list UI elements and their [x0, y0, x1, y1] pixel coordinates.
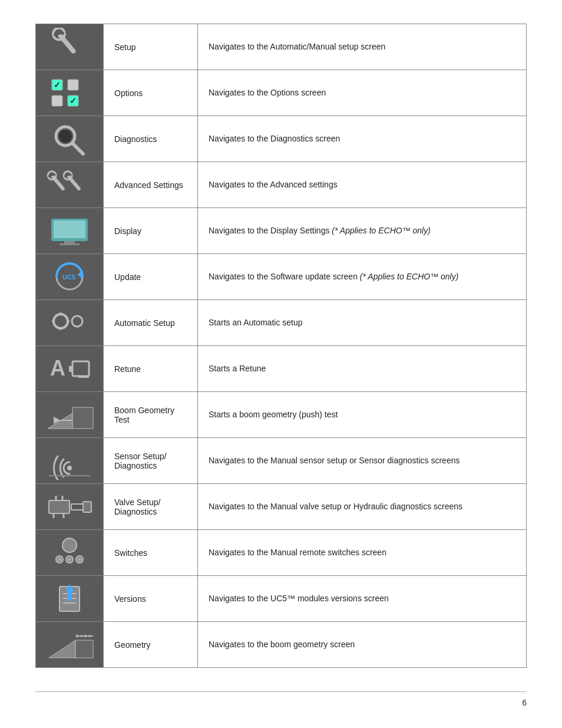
icon-cell-boom_geo_test — [36, 392, 104, 438]
desc-cell-13: Navigates to the boom geometry screen — [198, 622, 527, 668]
desc-cell-0: Navigates to the Automatic/Manual setup … — [198, 24, 527, 70]
name-cell-7: Retune — [104, 346, 198, 392]
table-row: DiagnosticsNavigates to the Diagnostics … — [36, 116, 527, 162]
desc-cell-2: Navigates to the Diagnostics screen — [198, 116, 527, 162]
table-row: VersionsNavigates to the UC5™ modules ve… — [36, 576, 527, 622]
table-row: SwitchesNavigates to the Manual remote s… — [36, 530, 527, 576]
desc-cell-7: Starts a Retune — [198, 346, 527, 392]
icon-reference-table: SetupNavigates to the Automatic/Manual s… — [35, 24, 527, 668]
icon-cell-options: ✓ ✓ — [36, 70, 104, 116]
desc-cell-3: Navigates to the Advanced settings — [198, 162, 527, 208]
svg-rect-24 — [54, 220, 85, 238]
svg-point-62 — [62, 538, 77, 552]
svg-rect-26 — [59, 243, 80, 245]
table-row: Automatic SetupStarts an Automatic setup — [36, 300, 527, 346]
desc-cell-8: Starts a boom geometry (push) test — [198, 392, 527, 438]
table-row: A RetuneStarts a Retune — [36, 346, 527, 392]
svg-rect-31 — [43, 304, 96, 342]
svg-text:A: A — [50, 356, 65, 380]
name-cell-9: Sensor Setup/ Diagnostics — [104, 438, 198, 484]
icon-cell-retune: A — [36, 346, 104, 392]
svg-rect-7 — [68, 80, 78, 90]
icon-cell-sensor — [36, 438, 104, 484]
table-row: GeometryNavigates to the boom geometry s… — [36, 622, 527, 668]
icon-cell-diagnostics — [36, 116, 104, 162]
table-row: Boom Geometry TestStarts a boom geometry… — [36, 392, 527, 438]
name-cell-1: Options — [104, 70, 198, 116]
name-cell-12: Versions — [104, 576, 198, 622]
svg-rect-54 — [49, 500, 70, 513]
name-cell-3: Advanced Settings — [104, 162, 198, 208]
desc-cell-4: Navigates to the Display Settings (* App… — [198, 208, 527, 254]
desc-cell-5: Navigates to the Software update screen … — [198, 254, 527, 300]
desc-cell-9: Navigates to the Manual sensor setup or … — [198, 438, 527, 484]
icon-cell-advanced — [36, 162, 104, 208]
desc-cell-1: Navigates to the Options screen — [198, 70, 527, 116]
page-wrapper: SetupNavigates to the Automatic/Manual s… — [0, 0, 562, 728]
table-row: ✓ ✓ OptionsNavigates to the Options scre… — [36, 70, 527, 116]
svg-text:✓: ✓ — [70, 96, 77, 106]
svg-rect-55 — [71, 504, 83, 510]
svg-point-66 — [58, 558, 61, 561]
svg-rect-25 — [64, 241, 75, 243]
icon-cell-wrench — [36, 24, 104, 70]
svg-point-51 — [67, 466, 72, 470]
svg-rect-8 — [52, 95, 62, 106]
desc-cell-12: Navigates to the UC5™ modules versions s… — [198, 576, 527, 622]
table-row: DisplayNavigates to the Display Settings… — [36, 208, 527, 254]
svg-rect-56 — [83, 502, 91, 512]
icon-cell-geometry — [36, 622, 104, 668]
svg-marker-78 — [75, 640, 93, 658]
name-cell-5: Update — [104, 254, 198, 300]
name-cell-10: Valve Setup/ Diagnostics — [104, 484, 198, 530]
name-cell-6: Automatic Setup — [104, 300, 198, 346]
svg-text:UC5: UC5 — [62, 274, 75, 281]
name-cell-4: Display — [104, 208, 198, 254]
desc-cell-10: Navigates to the Manual valve setup or H… — [198, 484, 527, 530]
name-cell-0: Setup — [104, 24, 198, 70]
desc-cell-11: Navigates to the Manual remote switches … — [198, 530, 527, 576]
name-cell-2: Diagnostics — [104, 116, 198, 162]
svg-rect-44 — [78, 375, 89, 378]
desc-cell-6: Starts an Automatic setup — [198, 300, 527, 346]
svg-text:✓: ✓ — [54, 80, 61, 90]
name-cell-11: Switches — [104, 530, 198, 576]
icon-cell-display — [36, 208, 104, 254]
svg-rect-43 — [69, 366, 72, 372]
svg-point-67 — [68, 558, 71, 561]
svg-point-35 — [75, 319, 80, 324]
svg-point-13 — [59, 130, 72, 143]
table-row: SetupNavigates to the Automatic/Manual s… — [36, 24, 527, 70]
table-row: Sensor Setup/ DiagnosticsNavigates to th… — [36, 438, 527, 484]
icon-cell-update: UC5 — [36, 254, 104, 300]
table-row: UC5 UpdateNavigates to the Software upda… — [36, 254, 527, 300]
icon-cell-versions — [36, 576, 104, 622]
icon-cell-valve — [36, 484, 104, 530]
table-row: Advanced SettingsNavigates to the Advanc… — [36, 162, 527, 208]
icon-cell-switches — [36, 530, 104, 576]
svg-rect-75 — [67, 590, 72, 601]
page-number: 6 — [522, 698, 527, 707]
svg-point-33 — [58, 318, 64, 324]
icon-cell-auto_setup — [36, 300, 104, 346]
svg-point-68 — [78, 558, 81, 561]
table-row: Valve Setup/ DiagnosticsNavigates to the… — [36, 484, 527, 530]
footer: 6 — [35, 691, 527, 707]
name-cell-8: Boom Geometry Test — [104, 392, 198, 438]
svg-marker-47 — [72, 407, 93, 429]
name-cell-13: Geometry — [104, 622, 198, 668]
